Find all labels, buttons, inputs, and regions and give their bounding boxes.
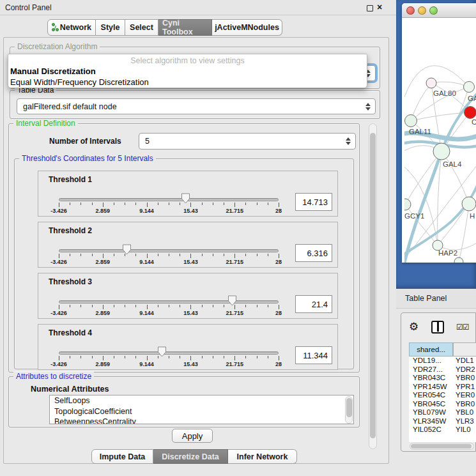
table-row[interactable]: YBR045CYBR0 [409,400,476,409]
algorithm-dropdown-popup: Select algorithm to view settings Manual… [8,54,367,88]
threshold-value-field[interactable]: 6.316 [295,244,332,262]
table-panel-header: Table Panel [396,289,476,309]
cell-name: YLR3 [456,417,474,425]
slider-tick [70,356,70,358]
close-icon[interactable]: × [377,2,382,12]
attribute-list-item[interactable]: SelfLoops [50,395,353,406]
table-row[interactable]: YDR27...YDR2 [409,365,476,374]
tab-infer-network[interactable]: Infer Network [228,449,297,464]
tab-network[interactable]: Network [47,19,96,36]
column-header-shared[interactable]: shared... [409,342,453,357]
slider-thumb[interactable] [122,244,132,255]
threshold-value-field[interactable]: 11.344 [295,346,332,364]
column-header-name[interactable]: na [453,342,476,357]
slider-tick [190,305,191,309]
table-row[interactable]: YER054CYER0 [409,391,476,400]
tab-impute-data[interactable]: Impute Data [91,449,153,464]
columns-icon[interactable] [431,321,444,334]
cell-shared-name: YBL079W [413,408,446,416]
table-row[interactable]: YIL052CYIL0 [409,426,476,434]
network-node-h[interactable] [462,197,476,211]
slider-tick [158,305,158,307]
network-node-c[interactable] [464,107,476,119]
tab-jactivemnodules[interactable]: jActiveMNodules [212,19,282,36]
slider-tick [70,203,70,205]
table-row[interactable]: YBL079WYBL0 [409,408,476,417]
slider-tick [169,254,169,256]
popup-option-manual-discretization[interactable]: Manual Discretization [10,66,96,76]
threshold-3-panel: Threshold 3-3.4262.8599.14415.4321.71528… [38,273,338,319]
table-hscrollbar[interactable] [410,443,474,450]
network-node-ga[interactable] [464,82,475,93]
table-rows[interactable]: YDL19...YDL1YDR27...YDR2YBR043CYBR0YPR14… [409,357,476,442]
network-node[interactable] [454,257,463,263]
slider-track[interactable] [59,249,279,252]
network-node-gal80[interactable] [426,78,436,88]
numerical-attributes-list[interactable]: SelfLoopsTopologicalCoefficientBetweenne… [49,395,354,424]
slider-track[interactable] [59,300,279,303]
slider-tick [257,356,257,358]
bottom-tab-bar: Impute Data Discretize Data Infer Networ… [91,449,297,466]
slider-tick [234,254,235,258]
slider-tick [114,356,114,358]
slider-thumb[interactable] [227,295,237,306]
slider-tick [224,254,224,256]
tab-discretize-data[interactable]: Discretize Data [153,449,228,464]
slider-tick [81,203,81,205]
cell-shared-name: YDL19... [413,357,441,364]
table-row[interactable]: YPR145WYPR1 [409,383,476,392]
maximize-traffic-light-icon[interactable] [429,6,438,15]
float-window-icon[interactable] [367,5,373,12]
node-label-gal4: GAL4 [443,160,461,168]
slider-track[interactable] [59,198,279,201]
tab-select[interactable]: Select [125,19,158,36]
select-columns-checkboxes-icon[interactable]: ☑☑ [456,323,469,332]
node-label-gal80: GAL80 [433,89,456,97]
slider-tick-label: 21.715 [218,310,251,316]
popup-option-equal-width-frequency[interactable]: Equal Width/Frequency Discretization [10,77,149,87]
slider-tick [92,356,93,358]
interval-definition-group: Interval Definition Number of Intervals … [8,123,360,372]
content-scrollbar[interactable] [369,123,377,449]
minimize-traffic-light-icon[interactable] [418,6,426,15]
network-node-gcy1[interactable] [404,199,411,210]
threshold-value-field[interactable]: 14.713 [295,193,332,211]
cell-name: YBR0 [456,374,475,381]
tab-cyni-toolbox[interactable]: Cyni Toolbox [158,19,212,36]
threshold-label: Threshold 1 [49,175,92,184]
cyni-toolbox-panel: Discretization Algorithm Table Data galF… [3,37,389,464]
slider-tick [70,254,70,256]
table-row[interactable]: YLR345WYLR3 [409,417,476,426]
slider-tick-label: 9.144 [130,208,164,214]
table-data-combobox[interactable]: galFiltered.sif default node [17,98,376,114]
table-row[interactable]: YBR043CYBR0 [409,374,476,383]
apply-button[interactable]: Apply [172,429,213,443]
gear-icon[interactable]: ⚙ [409,320,418,334]
network-node-gal11[interactable] [405,115,417,127]
slider-thumb[interactable] [157,346,167,357]
number-of-intervals-combobox[interactable]: 5 [139,133,356,150]
top-tab-bar: Network Style Select Cyni Toolbox jActiv… [47,19,282,36]
network-canvas[interactable]: GAL80GACGAL11GAL4GCY1HHAP2 [404,18,476,263]
node-label-ga: GA [468,95,476,102]
network-window-titlebar[interactable] [402,3,476,18]
table-row[interactable]: YDL19...YDL1 [409,357,476,365]
threshold-value-field[interactable]: 21.4 [295,295,332,313]
slider-tick [59,305,59,309]
attribute-list-item[interactable]: TopologicalCoefficient [50,406,353,417]
slider-thumb[interactable] [181,193,190,204]
table-data-group: Table Data galFiltered.sif default node [10,90,380,119]
table-panel-window: ⚙ ☑☑ shared... na YDL19...YDL1YDR27...YD… [401,312,476,452]
close-traffic-light-icon[interactable] [406,6,415,15]
slider-tick-label: 28 [262,208,295,214]
node-label-h: H [470,212,475,220]
slider-tick-label: 15.43 [174,310,207,316]
slider-tick [190,254,191,258]
table-panel-title: Table Panel [405,294,447,303]
slider-track[interactable] [59,351,279,355]
slider-tick [245,356,246,358]
tab-style[interactable]: Style [96,19,125,36]
network-node-gal4[interactable] [433,143,450,160]
list-scrollbar[interactable] [345,396,353,424]
attribute-list-item[interactable]: BetweennessCentrality [50,417,353,424]
